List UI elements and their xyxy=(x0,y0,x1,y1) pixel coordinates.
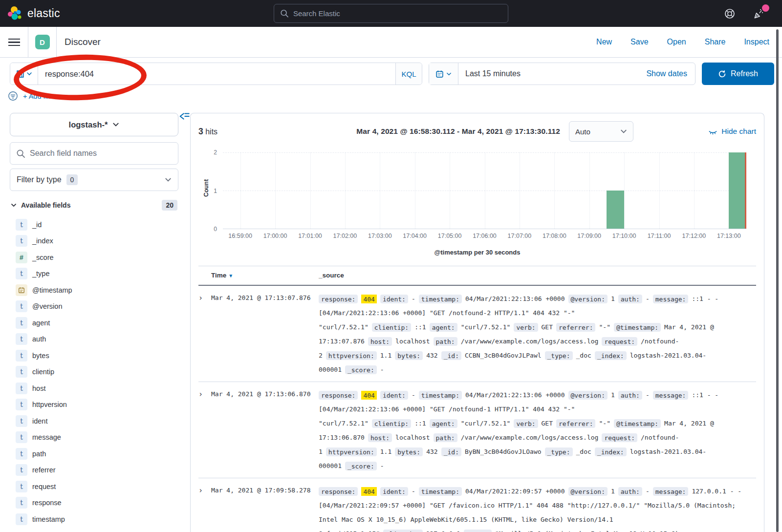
text-field-icon: t xyxy=(16,481,27,492)
field-item-auth[interactable]: tauth xyxy=(10,331,178,348)
refresh-icon xyxy=(718,70,726,78)
source-value: 127.0.0.1 xyxy=(426,530,460,532)
source-field-badge: response: xyxy=(319,487,358,496)
expand-row-button[interactable]: › xyxy=(198,292,211,302)
field-item-_type[interactable]: t_type xyxy=(10,266,178,282)
appbar-action-open[interactable]: Open xyxy=(667,38,686,46)
field-label: _id xyxy=(32,221,42,229)
index-pattern-select[interactable]: logstash-* xyxy=(10,113,178,136)
field-item-agent[interactable]: tagent xyxy=(10,315,178,331)
refresh-button[interactable]: Refresh xyxy=(702,63,774,85)
elastic-logo[interactable]: elastic xyxy=(0,6,60,21)
field-item-@version[interactable]: t@version xyxy=(10,298,178,315)
content-area: logstash-* Filter by type 0 Available fi… xyxy=(0,107,782,532)
available-fields-count-badge: 20 xyxy=(162,200,177,211)
source-value: CCBN_3cB04dGovJLPawl xyxy=(465,352,542,359)
source-field-badge: host: xyxy=(368,433,392,442)
histogram-chart[interactable]: Count 012 16:59:0017:00:0017:01:0017:02:… xyxy=(198,149,756,258)
interval-select[interactable]: Auto xyxy=(569,121,633,142)
time-column-header[interactable]: Time▼ xyxy=(211,272,319,279)
global-search-input[interactable] xyxy=(293,9,502,18)
source-field-badge: @version: xyxy=(568,391,608,400)
x-axis-label: @timestamp per 30 seconds xyxy=(198,249,756,256)
appbar-action-save[interactable]: Save xyxy=(630,38,648,46)
collapse-sidebar-icon[interactable] xyxy=(179,111,190,122)
chart-plot-area[interactable] xyxy=(223,152,746,229)
source-field-badge: ident: xyxy=(380,391,408,400)
source-value: "-" xyxy=(599,323,610,331)
source-field-badge: request: xyxy=(602,337,637,346)
appbar-action-new[interactable]: New xyxy=(596,38,612,46)
vertical-gridline xyxy=(345,152,346,229)
source-field-badge: auth: xyxy=(618,391,642,400)
source-value: localhost xyxy=(395,434,430,441)
query-language-button[interactable]: KQL xyxy=(395,63,422,85)
source-value: - xyxy=(380,462,384,469)
show-dates-button[interactable]: Show dates xyxy=(646,69,695,78)
source-field-badge: @version: xyxy=(568,487,608,496)
field-item-clientip[interactable]: tclientip xyxy=(10,364,178,381)
scrollbar-thumb[interactable] xyxy=(776,29,779,532)
field-item-_score[interactable]: #_score xyxy=(10,249,178,266)
query-input[interactable] xyxy=(38,63,395,85)
source-field-badge: agent: xyxy=(430,419,457,428)
filter-by-type-select[interactable]: Filter by type 0 xyxy=(10,169,178,191)
field-item-path[interactable]: tpath xyxy=(10,446,178,462)
x-tick-label: 17:05:00 xyxy=(438,233,462,239)
help-button[interactable] xyxy=(723,7,736,20)
field-label: host xyxy=(32,384,45,392)
field-item-request[interactable]: trequest xyxy=(10,478,178,495)
discover-app-badge[interactable]: D xyxy=(35,35,50,49)
field-item-referrer[interactable]: treferrer xyxy=(10,462,178,479)
source-field-badge: timestamp: xyxy=(419,295,462,303)
query-row: KQL Last 15 minutes Show dates Re xyxy=(0,58,782,89)
appbar-action-share[interactable]: Share xyxy=(705,38,726,46)
field-item-response[interactable]: tresponse xyxy=(10,495,178,511)
quick-select-time-button[interactable] xyxy=(429,63,458,85)
field-item-_id[interactable]: t_id xyxy=(10,216,178,233)
source-value: ::1 xyxy=(414,420,426,427)
field-label: ident xyxy=(32,417,47,425)
source-field-badge: agent: xyxy=(464,530,492,532)
field-item-@timestamp[interactable]: @timestamp xyxy=(10,282,178,298)
field-item-host[interactable]: thost xyxy=(10,380,178,397)
text-field-icon: t xyxy=(16,366,27,378)
histogram-bar[interactable] xyxy=(607,191,624,229)
field-search[interactable] xyxy=(10,142,178,165)
field-item-httpversion[interactable]: thttpversion xyxy=(10,397,178,413)
field-item-ident[interactable]: tident xyxy=(10,413,178,429)
newsfeed-button[interactable] xyxy=(753,7,765,20)
text-field-icon: t xyxy=(16,300,27,312)
text-field-icon: t xyxy=(16,513,27,525)
time-range-value[interactable]: Last 15 minutes xyxy=(458,69,646,78)
source-field-badge: referrer: xyxy=(556,419,595,428)
chevron-down-icon xyxy=(26,71,32,77)
source-field-badge: @version: xyxy=(568,295,608,303)
field-item-bytes[interactable]: tbytes xyxy=(10,347,178,364)
source-field-badge: httpversion: xyxy=(326,351,377,360)
sort-descending-icon: ▼ xyxy=(228,273,233,278)
field-search-input[interactable] xyxy=(30,149,172,158)
appbar-action-inspect[interactable]: Inspect xyxy=(744,38,769,46)
expand-row-button[interactable]: › xyxy=(198,484,211,495)
saved-queries-button[interactable] xyxy=(10,63,38,85)
global-search[interactable] xyxy=(274,4,508,23)
add-filter-button[interactable]: + Add filter xyxy=(23,92,57,100)
available-fields-header[interactable]: Available fields 20 xyxy=(10,200,178,211)
row-time: Mar 4, 2021 @ 17:13:06.870 xyxy=(211,388,319,398)
histogram-bar[interactable] xyxy=(729,152,746,229)
field-item-timestamp[interactable]: ttimestamp xyxy=(10,511,178,528)
field-item-message[interactable]: tmessage xyxy=(10,429,178,446)
field-item-_index[interactable]: t_index xyxy=(10,233,178,250)
vertical-gridline xyxy=(694,152,695,229)
expand-row-button[interactable]: › xyxy=(198,388,211,399)
source-field-badge: timestamp: xyxy=(419,391,462,400)
source-value: "curl/7.52.1" xyxy=(461,420,511,427)
chevron-down-icon xyxy=(112,121,119,128)
save-query-icon xyxy=(16,70,24,78)
notification-dot xyxy=(762,4,769,12)
menu-button[interactable] xyxy=(0,27,28,57)
source-field-badge: path: xyxy=(434,433,457,442)
hide-chart-button[interactable]: Hide chart xyxy=(708,127,756,136)
filter-settings-icon[interactable] xyxy=(8,91,18,101)
